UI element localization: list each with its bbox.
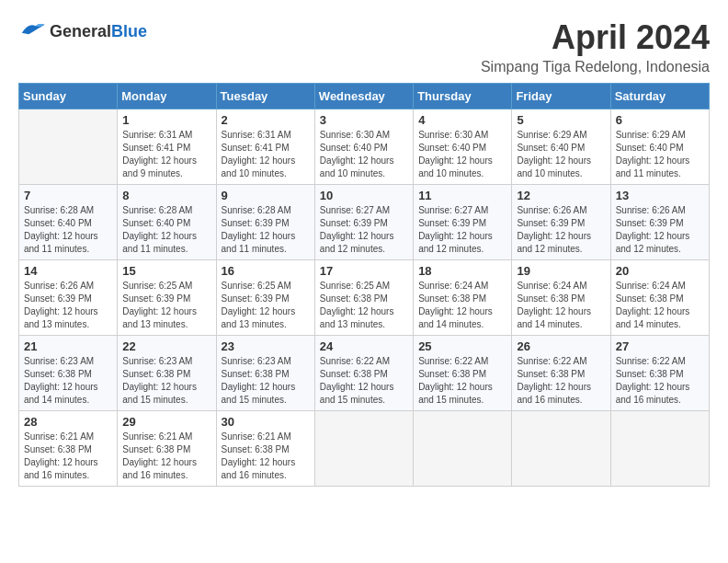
calendar-day-cell: 17Sunrise: 6:25 AMSunset: 6:38 PMDayligh… [314,260,413,336]
calendar-day-cell: 24Sunrise: 6:22 AMSunset: 6:38 PMDayligh… [314,336,413,411]
day-number: 27 [616,339,704,353]
day-info: Sunrise: 6:28 AMSunset: 6:40 PMDaylight:… [24,204,112,256]
calendar-day-cell: 27Sunrise: 6:22 AMSunset: 6:38 PMDayligh… [610,336,709,411]
day-number: 18 [418,264,506,278]
day-info: Sunrise: 6:31 AMSunset: 6:41 PMDaylight:… [122,129,210,180]
day-number: 30 [222,415,310,429]
day-number: 23 [222,339,310,353]
calendar-day-cell: 13Sunrise: 6:26 AMSunset: 6:39 PMDayligh… [610,185,709,260]
day-info: Sunrise: 6:22 AMSunset: 6:38 PMDaylight:… [517,355,605,407]
calendar-body: 1Sunrise: 6:31 AMSunset: 6:41 PMDaylight… [19,109,710,487]
logo: GeneralBlue [18,18,147,44]
calendar-day-cell: 14Sunrise: 6:26 AMSunset: 6:39 PMDayligh… [19,260,118,336]
day-info: Sunrise: 6:27 AMSunset: 6:39 PMDaylight:… [418,204,506,256]
day-number: 3 [320,113,408,127]
day-number: 8 [122,189,210,202]
day-number: 9 [222,189,310,202]
day-number: 15 [122,264,210,278]
weekday-header-cell: Tuesday [216,84,314,109]
day-number: 10 [320,189,408,202]
calendar-day-cell: 4Sunrise: 6:30 AMSunset: 6:40 PMDaylight… [414,109,512,185]
day-number: 24 [320,339,408,353]
day-number: 11 [418,189,506,202]
day-info: Sunrise: 6:26 AMSunset: 6:39 PMDaylight:… [616,204,704,256]
day-info: Sunrise: 6:21 AMSunset: 6:38 PMDaylight:… [24,431,112,482]
calendar-day-cell: 25Sunrise: 6:22 AMSunset: 6:38 PMDayligh… [414,336,512,411]
calendar-week-row: 1Sunrise: 6:31 AMSunset: 6:41 PMDaylight… [19,109,710,185]
weekday-header-cell: Friday [512,84,610,109]
calendar-day-cell: 18Sunrise: 6:24 AMSunset: 6:38 PMDayligh… [414,260,512,336]
day-info: Sunrise: 6:25 AMSunset: 6:38 PMDaylight:… [320,280,408,331]
day-info: Sunrise: 6:30 AMSunset: 6:40 PMDaylight:… [418,129,506,180]
day-number: 28 [24,415,112,429]
day-info: Sunrise: 6:23 AMSunset: 6:38 PMDaylight:… [24,355,112,407]
day-number: 2 [222,113,310,127]
day-info: Sunrise: 6:26 AMSunset: 6:39 PMDaylight:… [24,280,112,331]
day-info: Sunrise: 6:25 AMSunset: 6:39 PMDaylight:… [122,280,210,331]
calendar-week-row: 28Sunrise: 6:21 AMSunset: 6:38 PMDayligh… [19,411,710,487]
day-number: 6 [616,113,704,127]
weekday-header-cell: Monday [118,84,216,109]
day-info: Sunrise: 6:21 AMSunset: 6:38 PMDaylight:… [222,431,310,482]
calendar-week-row: 7Sunrise: 6:28 AMSunset: 6:40 PMDaylight… [19,185,710,260]
calendar-day-cell: 20Sunrise: 6:24 AMSunset: 6:38 PMDayligh… [610,260,709,336]
weekday-header-cell: Thursday [414,84,512,109]
calendar-day-cell: 30Sunrise: 6:21 AMSunset: 6:38 PMDayligh… [216,411,314,487]
day-number: 21 [24,339,112,353]
calendar-day-cell: 1Sunrise: 6:31 AMSunset: 6:41 PMDaylight… [118,109,216,185]
day-info: Sunrise: 6:31 AMSunset: 6:41 PMDaylight:… [222,129,310,180]
day-number: 16 [222,264,310,278]
day-info: Sunrise: 6:28 AMSunset: 6:39 PMDaylight:… [222,204,310,256]
calendar-day-cell: 16Sunrise: 6:25 AMSunset: 6:39 PMDayligh… [216,260,314,336]
day-info: Sunrise: 6:23 AMSunset: 6:38 PMDaylight:… [122,355,210,407]
day-number: 4 [418,113,506,127]
day-number: 19 [517,264,605,278]
weekday-header-cell: Sunday [19,84,118,109]
day-info: Sunrise: 6:22 AMSunset: 6:38 PMDaylight:… [418,355,506,407]
calendar-day-cell: 22Sunrise: 6:23 AMSunset: 6:38 PMDayligh… [118,336,216,411]
day-info: Sunrise: 6:23 AMSunset: 6:38 PMDaylight:… [222,355,310,407]
day-info: Sunrise: 6:21 AMSunset: 6:38 PMDaylight:… [122,431,210,482]
calendar-day-cell: 21Sunrise: 6:23 AMSunset: 6:38 PMDayligh… [19,336,118,411]
calendar-day-cell [314,411,413,487]
calendar-day-cell: 6Sunrise: 6:29 AMSunset: 6:40 PMDaylight… [610,109,709,185]
header: GeneralBlue April 2024 Simpang Tiga Rede… [18,18,710,75]
logo-icon [18,18,46,44]
calendar-day-cell: 8Sunrise: 6:28 AMSunset: 6:40 PMDaylight… [118,185,216,260]
day-number: 7 [24,189,112,202]
day-info: Sunrise: 6:24 AMSunset: 6:38 PMDaylight:… [616,280,704,331]
day-info: Sunrise: 6:29 AMSunset: 6:40 PMDaylight:… [517,129,605,180]
calendar-day-cell: 15Sunrise: 6:25 AMSunset: 6:39 PMDayligh… [118,260,216,336]
calendar-table: SundayMondayTuesdayWednesdayThursdayFrid… [18,83,710,487]
day-info: Sunrise: 6:24 AMSunset: 6:38 PMDaylight:… [418,280,506,331]
calendar-day-cell: 3Sunrise: 6:30 AMSunset: 6:40 PMDaylight… [314,109,413,185]
day-info: Sunrise: 6:25 AMSunset: 6:39 PMDaylight:… [222,280,310,331]
day-number: 1 [122,113,210,127]
calendar-day-cell: 2Sunrise: 6:31 AMSunset: 6:41 PMDaylight… [216,109,314,185]
calendar-day-cell [19,109,118,185]
calendar-day-cell: 28Sunrise: 6:21 AMSunset: 6:38 PMDayligh… [19,411,118,487]
calendar-day-cell: 5Sunrise: 6:29 AMSunset: 6:40 PMDaylight… [512,109,610,185]
day-number: 17 [320,264,408,278]
title-area: April 2024 Simpang Tiga Redelong, Indone… [481,18,710,75]
calendar-day-cell: 12Sunrise: 6:26 AMSunset: 6:39 PMDayligh… [512,185,610,260]
calendar-day-cell: 9Sunrise: 6:28 AMSunset: 6:39 PMDaylight… [216,185,314,260]
day-number: 29 [122,415,210,429]
calendar-week-row: 14Sunrise: 6:26 AMSunset: 6:39 PMDayligh… [19,260,710,336]
day-info: Sunrise: 6:28 AMSunset: 6:40 PMDaylight:… [122,204,210,256]
calendar-day-cell: 11Sunrise: 6:27 AMSunset: 6:39 PMDayligh… [414,185,512,260]
calendar-title: April 2024 [481,18,710,57]
day-number: 12 [517,189,605,202]
day-info: Sunrise: 6:27 AMSunset: 6:39 PMDaylight:… [320,204,408,256]
calendar-day-cell: 29Sunrise: 6:21 AMSunset: 6:38 PMDayligh… [118,411,216,487]
calendar-day-cell [610,411,709,487]
calendar-week-row: 21Sunrise: 6:23 AMSunset: 6:38 PMDayligh… [19,336,710,411]
day-info: Sunrise: 6:24 AMSunset: 6:38 PMDaylight:… [517,280,605,331]
calendar-day-cell [512,411,610,487]
day-number: 25 [418,339,506,353]
day-info: Sunrise: 6:22 AMSunset: 6:38 PMDaylight:… [320,355,408,407]
calendar-day-cell: 10Sunrise: 6:27 AMSunset: 6:39 PMDayligh… [314,185,413,260]
day-number: 26 [517,339,605,353]
weekday-header-cell: Saturday [610,84,709,109]
weekday-header-cell: Wednesday [314,84,413,109]
